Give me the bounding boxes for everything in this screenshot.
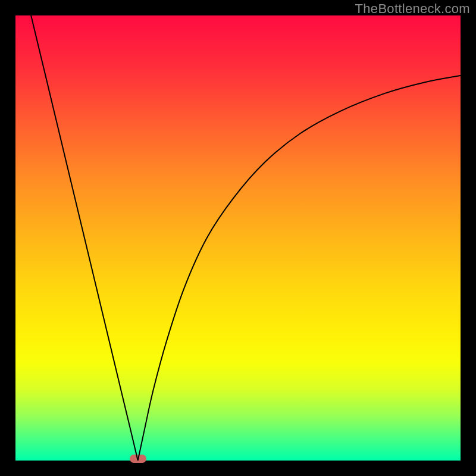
watermark-text: TheBottleneck.com <box>355 1 470 17</box>
curve-right-branch <box>138 76 461 461</box>
chart-frame: TheBottleneck.com <box>0 0 476 476</box>
curve-left-branch <box>31 15 138 461</box>
plot-area <box>15 15 461 461</box>
curve-layer <box>15 15 461 461</box>
